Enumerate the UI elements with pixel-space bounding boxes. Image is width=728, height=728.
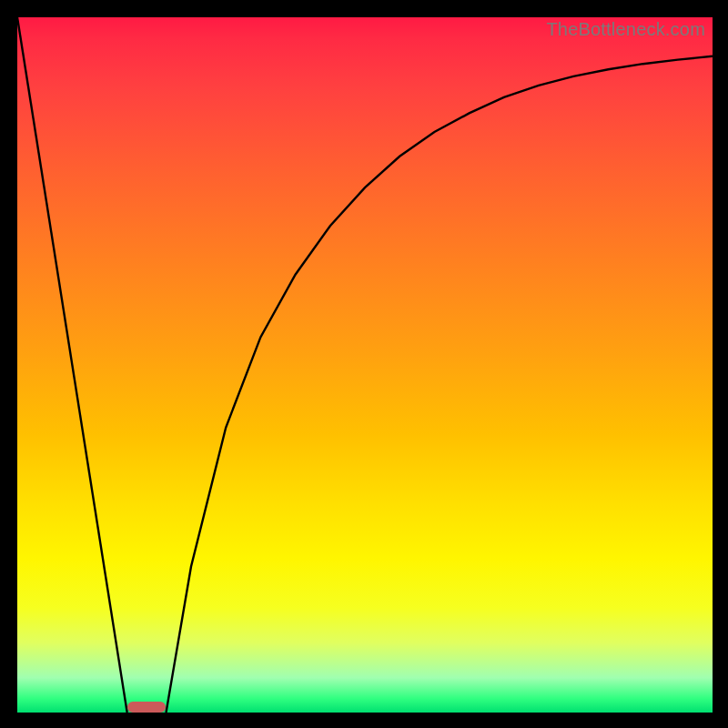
watermark-text: TheBottleneck.com	[546, 19, 705, 40]
curve-layer	[17, 17, 713, 713]
chart-container: TheBottleneck.com	[0, 0, 728, 728]
plot-area: TheBottleneck.com	[17, 17, 713, 713]
left-line	[17, 17, 127, 713]
right-curve	[167, 56, 713, 713]
optimal-marker	[127, 702, 167, 713]
